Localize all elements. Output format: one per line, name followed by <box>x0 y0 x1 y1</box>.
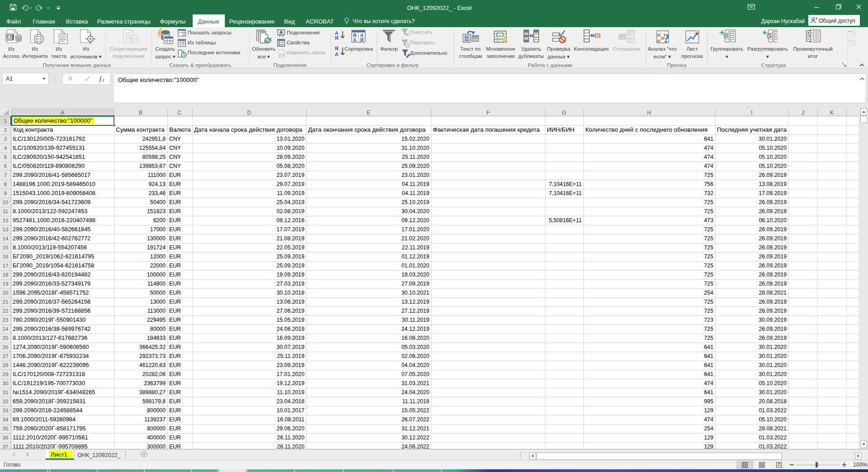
svg-text:?: ? <box>663 31 669 43</box>
svg-text:А: А <box>353 37 356 43</box>
svg-text:Я: Я <box>335 46 338 51</box>
svg-text:А: А <box>335 30 338 36</box>
svg-text:А: А <box>335 52 338 57</box>
svg-text:A: A <box>7 35 10 40</box>
svg-text:x: x <box>102 77 104 82</box>
svg-text:Я: Я <box>335 35 338 40</box>
svg-text:Я: Я <box>360 37 364 43</box>
